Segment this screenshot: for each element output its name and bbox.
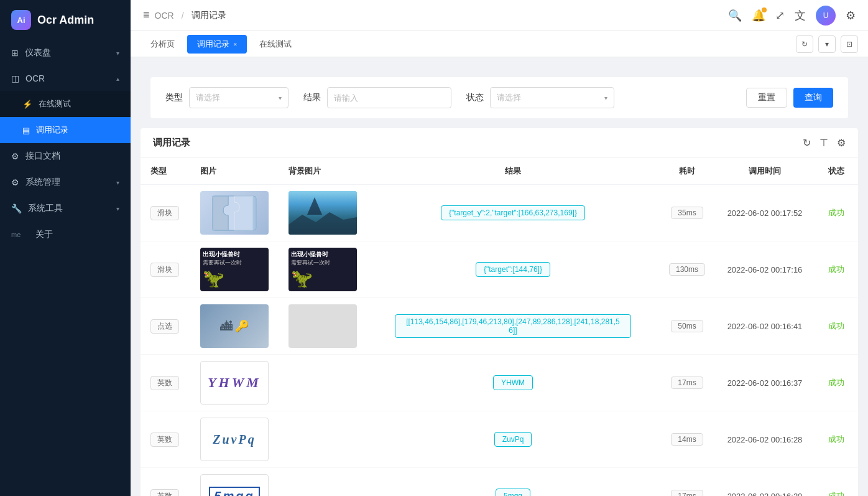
flash-icon: ⚡ bbox=[22, 100, 32, 109]
table-row: 滑块 bbox=[141, 185, 858, 241]
record-header: 调用记录 ↻ ⊤ ⚙ bbox=[141, 128, 858, 158]
invoke-time: 2022-06-02 00:16:20 bbox=[715, 468, 815, 497]
tab-call-records[interactable]: 调用记录 × bbox=[187, 35, 247, 54]
status-filter-select[interactable]: 请选择 ▾ bbox=[490, 87, 614, 108]
image-thumb[interactable]: 出现小怪兽时 需要再试一次时 🦖 bbox=[200, 248, 269, 291]
status-filter-group: 状态 请选择 ▾ bbox=[466, 87, 614, 108]
dropdown-tab-button[interactable]: ▾ bbox=[818, 35, 836, 53]
status-filter-label: 状态 bbox=[466, 92, 484, 103]
record-card: 调用记录 ↻ ⊤ ⚙ 类型 图片 背景图片 结果 耗时 bbox=[141, 128, 858, 496]
result-badge: ZuvPq bbox=[494, 432, 532, 447]
type-badge: 英数 bbox=[150, 489, 179, 497]
refresh-tab-button[interactable]: ↻ bbox=[796, 35, 813, 53]
background-thumb[interactable] bbox=[289, 191, 357, 235]
avatar[interactable]: U bbox=[816, 6, 836, 26]
topbar-right: 🔍 🔔 ⤢ 文 U ⚙ bbox=[728, 6, 856, 26]
sidebar-item-dashboard[interactable]: ⊞ 仪表盘 ▾ bbox=[0, 40, 131, 66]
reset-button[interactable]: 重置 bbox=[746, 88, 787, 108]
image-thumb[interactable]: YHWM bbox=[200, 361, 269, 405]
expand-icon[interactable]: ⤢ bbox=[775, 9, 785, 22]
table-wrap: 类型 图片 背景图片 结果 耗时 调用时间 状态 滑块 bbox=[141, 158, 858, 496]
status-badge: 成功 bbox=[828, 321, 844, 330]
notification-dot bbox=[762, 7, 767, 12]
type-badge: 英数 bbox=[150, 433, 179, 447]
records-table: 类型 图片 背景图片 结果 耗时 调用时间 状态 滑块 bbox=[141, 158, 858, 496]
invoke-time: 2022-06-02 00:16:41 bbox=[715, 298, 815, 355]
invoke-time: 2022-06-02 00:16:37 bbox=[715, 355, 815, 411]
hamburger-icon[interactable]: ≡ bbox=[143, 9, 150, 22]
type-filter-select[interactable]: 请选择 ▾ bbox=[189, 87, 289, 108]
sidebar-item-label: 系统工具 bbox=[28, 203, 63, 214]
grid-icon: ⊞ bbox=[11, 48, 19, 58]
puzzle-icon bbox=[210, 193, 259, 233]
status-placeholder: 请选择 bbox=[497, 92, 521, 103]
type-badge: 英数 bbox=[150, 376, 179, 390]
image-thumb[interactable] bbox=[200, 191, 269, 235]
fullscreen-tab-button[interactable]: ⊡ bbox=[841, 35, 858, 53]
translate-icon[interactable]: 文 bbox=[795, 8, 806, 23]
sidebar-item-call-records[interactable]: ▤ 调用记录 bbox=[0, 117, 131, 143]
status-badge: 成功 bbox=[828, 208, 844, 217]
tabbar: 分析页 调用记录 × 在线测试 ↻ ▾ ⊡ bbox=[131, 31, 868, 57]
file-icon: ▤ bbox=[22, 126, 30, 135]
gear-icon[interactable]: ⚙ bbox=[846, 9, 856, 22]
avatar-text: U bbox=[823, 11, 829, 20]
tab-analysis[interactable]: 分析页 bbox=[141, 35, 185, 54]
type-badge: 点选 bbox=[150, 319, 179, 334]
col-header-duration: 耗时 bbox=[659, 158, 715, 185]
sidebar-item-about[interactable]: me 关于 bbox=[0, 222, 131, 248]
app-name: Ocr Admin bbox=[37, 14, 94, 27]
sidebar-item-online-test[interactable]: ⚡ 在线测试 bbox=[0, 91, 131, 117]
image-thumb[interactable]: ZuvPq bbox=[200, 418, 269, 461]
result-badge: [[113,46,154,86],[179,46,213,80],[247,89… bbox=[395, 314, 631, 338]
sidebar-item-label: OCR bbox=[25, 73, 45, 83]
breadcrumb-current: 调用记录 bbox=[192, 10, 226, 21]
sidebar-item-label: 关于 bbox=[35, 229, 53, 240]
duration-badge: 17ms bbox=[671, 377, 703, 389]
filter-bar: 类型 请选择 ▾ 结果 状态 请选择 ▾ 重置 bbox=[150, 77, 848, 118]
tabbar-actions: ↻ ▾ ⊡ bbox=[796, 35, 858, 53]
breadcrumb-parent: OCR bbox=[155, 11, 174, 21]
chevron-down-icon: ▾ bbox=[279, 95, 282, 101]
refresh-icon[interactable]: ↻ bbox=[803, 137, 811, 149]
sidebar-item-label: 调用记录 bbox=[36, 124, 68, 136]
content-area: 类型 请选择 ▾ 结果 状态 请选择 ▾ 重置 bbox=[131, 57, 868, 496]
duration-badge: 130ms bbox=[669, 263, 705, 276]
result-filter-input-wrap[interactable] bbox=[327, 87, 451, 108]
tab-online-test[interactable]: 在线测试 bbox=[249, 35, 302, 54]
sidebar-item-system-mgmt[interactable]: ⚙ 系统管理 ▾ bbox=[0, 169, 131, 195]
sidebar-item-label: 在线测试 bbox=[39, 98, 71, 110]
app-logo[interactable]: Ai Ocr Admin bbox=[0, 0, 131, 40]
result-badge: 5mqq bbox=[496, 489, 530, 496]
edit-icon[interactable]: ⊤ bbox=[820, 137, 828, 149]
me-label: me bbox=[11, 231, 21, 238]
type-badge: 滑块 bbox=[150, 263, 179, 277]
close-icon[interactable]: × bbox=[233, 40, 237, 48]
breadcrumb-separator: / bbox=[182, 11, 184, 21]
result-badge: {"target":[144,76]} bbox=[476, 262, 550, 277]
search-icon[interactable]: 🔍 bbox=[728, 9, 742, 22]
image-thumb[interactable]: 5mqq bbox=[200, 474, 269, 496]
invoke-time: 2022-06-02 00:17:16 bbox=[715, 241, 815, 298]
result-filter-input[interactable] bbox=[334, 93, 445, 103]
sidebar-item-system-tools[interactable]: 🔧 系统工具 ▾ bbox=[0, 195, 131, 222]
sidebar-item-api-docs[interactable]: ⚙ 接口文档 bbox=[0, 143, 131, 169]
status-badge: 成功 bbox=[828, 378, 844, 387]
type-badge: 滑块 bbox=[150, 206, 179, 220]
settings-icon[interactable]: ⚙ bbox=[837, 137, 846, 149]
chevron-down-icon: ▾ bbox=[116, 205, 119, 212]
tab-label: 调用记录 bbox=[197, 39, 229, 50]
tab-label: 分析页 bbox=[150, 39, 175, 50]
result-filter-group: 结果 bbox=[303, 87, 451, 108]
background-thumb[interactable]: 出现小怪兽时 需要再试一次时 🦖 bbox=[289, 248, 357, 291]
chevron-down-icon: ▾ bbox=[116, 179, 119, 186]
image-thumb[interactable]: 🏙 🔑 bbox=[200, 304, 269, 348]
bell-icon[interactable]: 🔔 bbox=[752, 9, 765, 22]
table-row: 滑块 出现小怪兽时 需要再试一次时 🦖 bbox=[141, 241, 858, 298]
sidebar-item-ocr[interactable]: ◫ OCR ▴ bbox=[0, 66, 131, 91]
scan-icon: ◫ bbox=[11, 73, 19, 83]
query-button[interactable]: 查询 bbox=[793, 88, 833, 108]
result-badge: YHWM bbox=[493, 375, 533, 390]
chevron-down-icon: ▾ bbox=[604, 95, 607, 101]
background-thumb bbox=[289, 304, 357, 348]
